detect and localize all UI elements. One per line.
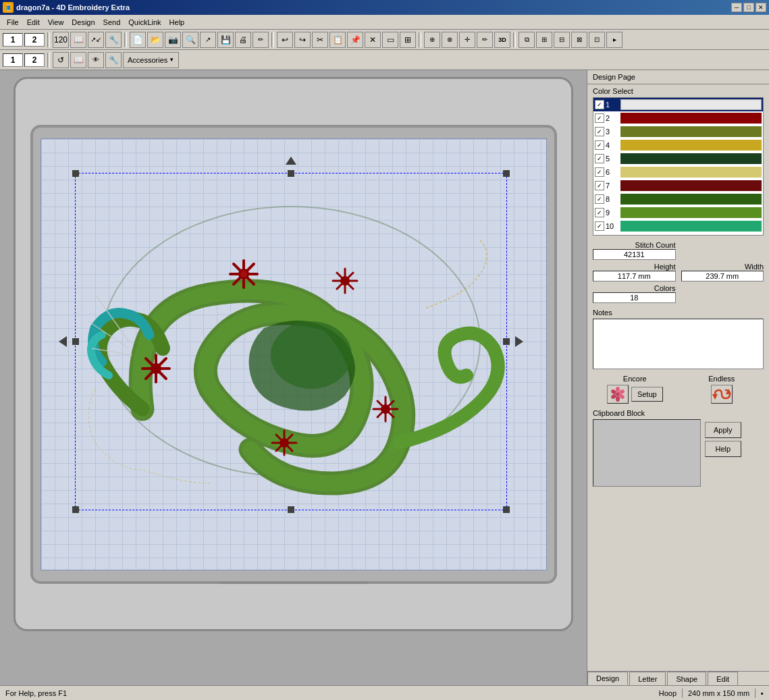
status-help-text: For Help, press F1	[5, 689, 659, 697]
menu-send[interactable]: Send	[99, 17, 125, 28]
menu-help[interactable]: Help	[165, 17, 189, 28]
expand-button[interactable]: ↗	[200, 32, 216, 48]
canvas-area[interactable]	[0, 70, 587, 685]
color-check-8[interactable]: ✓	[595, 194, 604, 204]
zoom-button[interactable]: 🔍	[182, 32, 198, 48]
color-num-3: 3	[606, 128, 619, 136]
color-list[interactable]: ✓ 1 ✓ 2 ✓ 3 ✓ 4	[593, 97, 764, 236]
tab-shape[interactable]: Shape	[667, 672, 706, 685]
color-check-2[interactable]: ✓	[595, 113, 604, 123]
color-check-5[interactable]: ✓	[595, 154, 604, 163]
close-button[interactable]: ✕	[755, 3, 766, 12]
menu-design[interactable]: Design	[68, 17, 99, 28]
color-select-label: Color Select	[593, 87, 764, 95]
hoop-inner	[30, 125, 557, 584]
color-check-1[interactable]: ✓	[595, 100, 604, 109]
apply-button[interactable]: Apply	[705, 422, 741, 438]
undo-button[interactable]: ↩	[277, 32, 293, 48]
move-button[interactable]: ✛	[459, 32, 475, 48]
grid-button[interactable]: ⊞	[400, 32, 416, 48]
paste-button[interactable]: 📌	[347, 32, 363, 48]
menu-file[interactable]: File	[3, 17, 23, 28]
color-row-9[interactable]: ✓ 9	[593, 206, 763, 219]
status-separator	[682, 689, 683, 698]
encore-flower-icon	[610, 386, 626, 402]
color-row-1[interactable]: ✓ 1	[593, 98, 763, 111]
block1-button[interactable]: ⧉	[519, 32, 535, 48]
pencil-button[interactable]: ✏	[477, 32, 493, 48]
toolbar-secondary: 1 2 ↺ 📖 👁 🔧 Accessories ▼	[0, 50, 769, 70]
cut-button[interactable]: ✂	[312, 32, 328, 48]
tab-edit[interactable]: Edit	[708, 672, 738, 685]
design-page-title: Design Page	[587, 70, 769, 84]
print-button[interactable]: 🖨	[235, 32, 251, 48]
toolbar-120-btn[interactable]: 120	[53, 32, 69, 48]
view-button[interactable]: 👁	[88, 52, 104, 68]
block4-button[interactable]: ⊠	[571, 32, 587, 48]
menu-quicklink[interactable]: QuickLink	[124, 17, 165, 28]
digitize-button[interactable]: ✏	[253, 32, 269, 48]
select-button[interactable]: ⊕	[424, 32, 440, 48]
toolbar-tools-btn[interactable]: 🔧	[105, 32, 122, 48]
color-row-3[interactable]: ✓ 3	[593, 125, 763, 138]
toolbar-book-btn[interactable]: 📖	[70, 32, 86, 48]
main-content: Design Page Color Select ✓ 1 ✓ 2 ✓ 3	[0, 70, 769, 685]
color-check-7[interactable]: ✓	[595, 181, 604, 190]
tab-design[interactable]: Design	[587, 672, 628, 685]
encore-endless-section: Encore Setup	[587, 373, 769, 406]
status-separator2	[755, 689, 755, 698]
color-swatch-1	[620, 99, 762, 110]
setup-button[interactable]: Setup	[631, 387, 663, 402]
new-button[interactable]: 📄	[130, 32, 146, 48]
label-1: 1	[3, 33, 23, 47]
window-title: dragon7a - 4D Embroidery Extra	[16, 3, 731, 11]
open-button[interactable]: 📂	[147, 32, 163, 48]
delete-button[interactable]: ✕	[365, 32, 381, 48]
svg-point-11	[616, 392, 620, 396]
minimize-button[interactable]: ─	[731, 3, 742, 12]
color-row-2[interactable]: ✓ 2	[593, 111, 763, 125]
title-bar: 🧵 dragon7a - 4D Embroidery Extra ─ □ ✕	[0, 0, 769, 15]
encore-icon-button[interactable]	[607, 385, 629, 404]
menu-view[interactable]: View	[44, 17, 68, 28]
help-button[interactable]: Help	[705, 441, 741, 457]
color-check-4[interactable]: ✓	[595, 140, 604, 150]
block5-button[interactable]: ⊡	[589, 32, 605, 48]
redo-button[interactable]: ↪	[294, 32, 311, 48]
toolbar-resize-btn[interactable]: ↗↙	[88, 32, 104, 48]
rotate-button[interactable]: ↺	[53, 52, 69, 68]
rect-button[interactable]: ▭	[382, 32, 398, 48]
separator	[47, 32, 50, 47]
menu-edit[interactable]: Edit	[23, 17, 44, 28]
tab-letter[interactable]: Letter	[629, 672, 666, 685]
color-row-7[interactable]: ✓ 7	[593, 179, 763, 192]
color-row-5[interactable]: ✓ 5	[593, 152, 763, 165]
more-button[interactable]: ▸	[606, 32, 622, 48]
width-label: Width	[681, 263, 764, 271]
color-row-10[interactable]: ✓ 10	[593, 219, 763, 233]
copy-button[interactable]: 📋	[329, 32, 346, 48]
design-canvas[interactable]	[41, 138, 547, 570]
save-button[interactable]: 💾	[217, 32, 234, 48]
book2-button[interactable]: 📖	[70, 52, 86, 68]
svg-point-1	[271, 321, 352, 389]
maximize-button[interactable]: □	[743, 3, 754, 12]
block2-button[interactable]: ⊞	[536, 32, 552, 48]
color-swatch-6	[620, 167, 762, 178]
color-check-9[interactable]: ✓	[595, 208, 604, 217]
color-check-3[interactable]: ✓	[595, 127, 604, 136]
crosshair-button[interactable]: ⊗	[442, 32, 458, 48]
color-check-6[interactable]: ✓	[595, 167, 604, 177]
3d-button[interactable]: 3D	[494, 32, 510, 48]
color-check-10[interactable]: ✓	[595, 221, 604, 231]
color-row-8[interactable]: ✓ 8	[593, 192, 763, 206]
stitch-count-label: Stitch Count	[593, 241, 676, 249]
tools2-button[interactable]: 🔧	[105, 52, 122, 68]
color-row-6[interactable]: ✓ 6	[593, 165, 763, 179]
color-row-4[interactable]: ✓ 4	[593, 138, 763, 152]
block3-button[interactable]: ⊟	[554, 32, 570, 48]
endless-icon-button[interactable]	[711, 385, 733, 404]
camera-button[interactable]: 📷	[165, 32, 181, 48]
notes-textarea[interactable]	[593, 319, 764, 369]
accessories-dropdown[interactable]: Accessories ▼	[123, 52, 179, 68]
